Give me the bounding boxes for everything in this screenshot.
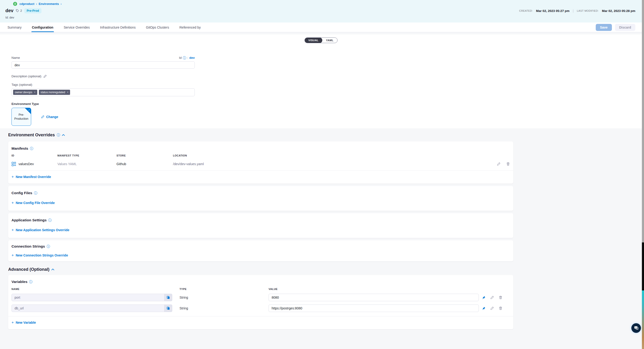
remove-tag-icon[interactable]: × (67, 91, 68, 94)
manifests-info-icon[interactable]: ⓘ (30, 147, 33, 150)
manifests-card: Manifests ⓘ ID MANIFEST TYPE STORE LOCAT… (8, 141, 513, 184)
scrollbar-thumb[interactable] (642, 0, 644, 242)
new-manifest-override-button[interactable]: + New Manifest Override (8, 171, 513, 184)
connection-strings-info-icon[interactable]: ⓘ (47, 245, 50, 248)
new-connection-strings-override-button[interactable]: + New Connection Strings Override (8, 249, 513, 261)
scrollbar-track (642, 242, 644, 291)
name-label: Name (12, 56, 20, 59)
tab-gitops-clusters[interactable]: GitOps Clusters (146, 22, 170, 32)
remove-tag-icon[interactable]: × (34, 91, 36, 94)
delete-variable-button[interactable] (499, 306, 502, 310)
application-settings-title: Application Settings (12, 218, 47, 222)
edit-variable-button[interactable] (490, 306, 494, 310)
breadcrumb: cdproduct › Environments › (13, 2, 62, 6)
description-label: Description (optional) (12, 74, 42, 78)
tab-referenced-by[interactable]: Referenced by (179, 22, 201, 32)
new-variable-button[interactable]: + New Variable (8, 317, 513, 329)
variable-value-input[interactable] (268, 294, 479, 301)
name-label-row: Name Id ⓘ : dev (12, 56, 195, 59)
pin-variable-button[interactable] (482, 296, 486, 299)
config-files-info-icon[interactable]: ⓘ (34, 191, 37, 195)
tabs-bar: Summary Configuration Service Overrides … (0, 22, 642, 32)
plus-icon: + (12, 321, 14, 325)
collapse-chevron-icon[interactable] (51, 268, 54, 271)
variable-type: String (172, 306, 268, 310)
application-settings-info-icon[interactable]: ⓘ (48, 219, 52, 222)
tab-service-overrides[interactable]: Service Overrides (63, 22, 90, 32)
tab-summary[interactable]: Summary (7, 22, 22, 32)
manifest-type: Values YAML (58, 162, 116, 166)
help-chat-button[interactable]: ? (631, 323, 641, 333)
tab-configuration[interactable]: Configuration (32, 22, 54, 32)
delete-variable-button[interactable] (499, 296, 502, 299)
variable-value-input[interactable] (268, 305, 479, 312)
trash-icon (506, 162, 510, 166)
environment-form: Name Id ⓘ : dev Description (optional) T… (12, 56, 195, 126)
manifests-title-row: Manifests ⓘ (8, 141, 513, 151)
visual-toggle-option[interactable]: VISUAL (305, 37, 322, 43)
description-row: Description (optional) (12, 74, 195, 78)
advanced-title: Advanced (Optional) (8, 267, 50, 272)
environment-overrides-header: Environment Overrides ⓘ (0, 128, 642, 141)
pin-icon (482, 307, 486, 310)
edit-pencil-icon (41, 115, 44, 118)
discard-button[interactable]: Discard (615, 24, 635, 31)
manifests-title: Manifests (12, 146, 28, 151)
edit-description-icon[interactable] (43, 74, 47, 78)
tag-icon (16, 9, 19, 12)
edit-pencil-icon (497, 162, 500, 166)
copy-variable-button[interactable] (164, 305, 172, 312)
breadcrumb-environments-link[interactable]: Environments (39, 2, 59, 6)
breadcrumb-separator: › (61, 2, 62, 6)
new-manifest-override-label: New Manifest Override (16, 175, 51, 179)
pin-variable-button[interactable] (482, 307, 486, 310)
column-header-store: STORE (116, 154, 173, 157)
id-info-icon[interactable]: ⓘ (183, 56, 186, 59)
connection-strings-title: Connection Strings (12, 244, 45, 249)
copy-variable-button[interactable] (164, 294, 172, 301)
tag-count: 2 (16, 9, 22, 12)
yaml-toggle-option[interactable]: YAML (322, 37, 337, 43)
variables-info-icon[interactable]: ⓘ (29, 280, 32, 283)
variable-name-cell (12, 294, 172, 301)
environment-overrides-info-icon[interactable]: ⓘ (57, 133, 60, 137)
config-files-card: Config Files ⓘ + New Config File Overrid… (8, 186, 513, 211)
tab-infrastructure-definitions[interactable]: Infrastructure Definitions (100, 22, 136, 32)
environment-type-label: Environment Type (12, 102, 195, 106)
name-input[interactable] (12, 61, 195, 69)
column-header-id: ID (12, 154, 58, 157)
manifest-location: /dev/dev-values.yaml (173, 162, 488, 166)
new-config-file-override-button[interactable]: + New Config File Override (8, 195, 513, 211)
new-connection-strings-override-label: New Connection Strings Override (16, 253, 68, 257)
edit-pencil-icon (490, 306, 494, 310)
trash-icon (499, 306, 502, 310)
cd-module-icon (13, 2, 17, 6)
environment-type-card[interactable]: Pre-Production ✓ (12, 108, 31, 126)
new-application-settings-override-button[interactable]: + New Application Settings Override (8, 222, 513, 238)
delete-manifest-button[interactable] (506, 162, 510, 166)
page-title: dev (6, 8, 13, 13)
new-application-settings-override-label: New Application Settings Override (16, 228, 69, 232)
variable-name-input[interactable] (12, 294, 172, 301)
edit-manifest-button[interactable] (497, 162, 500, 166)
breadcrumb-project-link[interactable]: cdproduct (20, 2, 34, 6)
change-environment-type-link[interactable]: Change (41, 115, 58, 119)
tags-label: Tags (optional) (12, 83, 195, 86)
visual-yaml-toggle: VISUAL YAML (304, 37, 338, 43)
save-button[interactable]: Save (596, 24, 612, 31)
copy-icon (166, 296, 170, 299)
title-row: dev 2 Pre-Prod (6, 8, 42, 13)
environment-type-row: Pre-Production ✓ Change (12, 108, 195, 126)
variables-title: Variables (12, 280, 28, 284)
collapse-chevron-icon[interactable] (62, 134, 65, 136)
new-config-file-override-label: New Config File Override (16, 201, 54, 205)
tags-input[interactable]: owner:devops × status:nonregulated × (12, 88, 195, 96)
edit-variable-button[interactable] (490, 296, 494, 299)
variable-name-input[interactable] (12, 305, 172, 312)
variable-row: String (8, 305, 513, 312)
last-modified-label: LAST MODIFIED: (577, 9, 599, 12)
id-value-link[interactable]: dev (189, 56, 195, 59)
variable-name-cell (12, 305, 172, 312)
tag-chip-label: status:nonregulated (40, 91, 65, 94)
last-modified-value: Mar 02, 2023 05:28 pm (602, 9, 635, 13)
